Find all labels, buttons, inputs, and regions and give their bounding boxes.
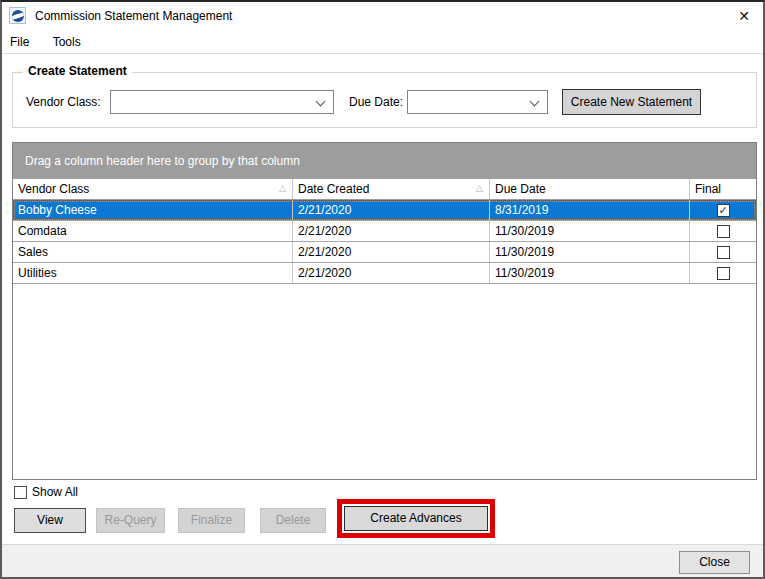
table-row[interactable]: Utilities 2/21/2020 11/30/2019 [13, 263, 756, 284]
show-all-label[interactable]: Show All [32, 485, 78, 499]
finalize-button: Finalize [178, 508, 245, 533]
cell-vendor-class: Sales [13, 242, 293, 262]
menu-file[interactable]: File [2, 31, 39, 53]
cell-final [690, 263, 756, 283]
cell-due-date: 8/31/2019 [490, 200, 690, 220]
due-date-combobox[interactable] [407, 90, 548, 114]
chevron-down-icon [316, 97, 326, 107]
cell-vendor-class: Utilities [13, 263, 293, 283]
create-new-statement-button[interactable]: Create New Statement [562, 89, 701, 115]
cell-final: ✓ [690, 200, 756, 220]
cell-date-created: 2/21/2020 [293, 242, 490, 262]
final-checkbox-unchecked[interactable] [717, 225, 730, 238]
vendor-class-combobox[interactable] [110, 90, 334, 114]
final-checkbox-unchecked[interactable] [717, 246, 730, 259]
grid-header-row: Vendor Class △ Date Created △ Due Date F… [13, 179, 756, 200]
cell-due-date: 11/30/2019 [490, 221, 690, 241]
column-header-final[interactable]: Final [690, 179, 756, 199]
due-date-label: Due Date: [349, 90, 403, 114]
menu-bar: File Tools [2, 31, 763, 54]
groupbox-title: Create Statement [23, 64, 132, 78]
create-statement-groupbox: Create Statement Vendor Class: Due Date:… [12, 72, 757, 128]
cell-final [690, 221, 756, 241]
title-bar: Commission Statement Management ✕ [2, 2, 763, 30]
table-row[interactable]: Bobby Cheese 2/21/2020 8/31/2019 ✓ [13, 200, 756, 221]
table-row[interactable]: Sales 2/21/2020 11/30/2019 [13, 242, 756, 263]
cell-date-created: 2/21/2020 [293, 263, 490, 283]
bottom-bar: Close [2, 544, 763, 577]
column-header-date-created[interactable]: Date Created △ [293, 179, 490, 199]
final-checkbox-unchecked[interactable] [717, 267, 730, 280]
chevron-down-icon [530, 97, 540, 107]
sort-ascending-icon: △ [476, 184, 483, 193]
window-title: Commission Statement Management [35, 2, 232, 30]
column-header-due-date[interactable]: Due Date [490, 179, 690, 199]
cell-due-date: 11/30/2019 [490, 263, 690, 283]
statements-grid: Drag a column header here to group by th… [12, 142, 757, 480]
cell-due-date: 11/30/2019 [490, 242, 690, 262]
re-query-button: Re-Query [96, 508, 165, 533]
close-button[interactable]: Close [679, 551, 750, 574]
final-checkbox-checked[interactable]: ✓ [717, 204, 730, 217]
menu-tools[interactable]: Tools [43, 31, 91, 53]
show-all-option: Show All [14, 485, 78, 499]
vendor-class-label: Vendor Class: [26, 90, 101, 114]
sort-ascending-icon: △ [279, 184, 286, 193]
table-row[interactable]: Comdata 2/21/2020 11/30/2019 [13, 221, 756, 242]
red-highlight-annotation: Create Advances [337, 499, 495, 538]
column-header-vendor-class[interactable]: Vendor Class △ [13, 179, 293, 199]
cell-vendor-class: Comdata [13, 221, 293, 241]
cell-final [690, 242, 756, 262]
commission-statement-management-window: Commission Statement Management ✕ File T… [0, 0, 765, 579]
view-button[interactable]: View [14, 508, 86, 533]
show-all-checkbox[interactable] [14, 486, 27, 499]
app-globe-swoosh-icon [9, 7, 26, 24]
group-by-band: Drag a column header here to group by th… [13, 143, 756, 179]
window-close-icon[interactable]: ✕ [735, 7, 753, 25]
cell-vendor-class: Bobby Cheese [13, 200, 293, 220]
cell-date-created: 2/21/2020 [293, 200, 490, 220]
cell-date-created: 2/21/2020 [293, 221, 490, 241]
delete-button: Delete [260, 508, 326, 533]
create-advances-button[interactable]: Create Advances [344, 506, 488, 531]
